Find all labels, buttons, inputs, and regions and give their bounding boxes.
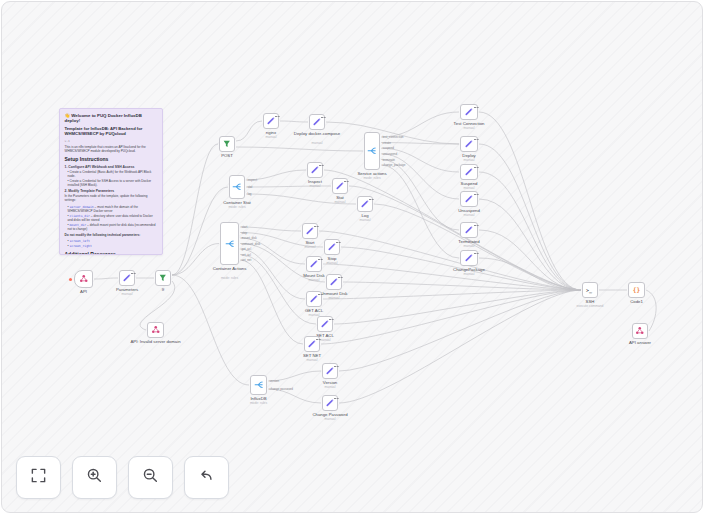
- pen-icon: [464, 139, 474, 149]
- node-settings-badge: [338, 277, 339, 279]
- node-version[interactable]: [322, 363, 338, 379]
- output-port-label: stop: [242, 231, 248, 235]
- node-changepackage[interactable]: [460, 250, 478, 266]
- node-ssh[interactable]: >_: [582, 282, 598, 298]
- node-unsuspend[interactable]: [460, 191, 478, 207]
- node-code1[interactable]: {}: [628, 282, 645, 298]
- node-settings-badge: [329, 319, 330, 321]
- pen-icon: [360, 199, 370, 209]
- node-cstat[interactable]: [229, 175, 245, 199]
- code-icon: {}: [632, 285, 642, 295]
- pen-icon: [122, 273, 132, 283]
- node-answer[interactable]: [632, 323, 648, 339]
- node-parameters[interactable]: [119, 270, 135, 286]
- output-port-label: inspect: [248, 178, 258, 182]
- node-unmountdisk[interactable]: [326, 274, 342, 290]
- node-settings-badge: [275, 116, 276, 118]
- undo-button[interactable]: [184, 456, 229, 499]
- output-port-label: mount_disk: [242, 236, 258, 240]
- output-port-label: get_acl: [242, 247, 252, 251]
- output-port-label: unsuspend: [383, 152, 398, 156]
- pen-icon: [327, 242, 337, 252]
- node-log[interactable]: [357, 196, 373, 212]
- node-setnet[interactable]: [304, 336, 320, 352]
- node-suspend[interactable]: [460, 164, 478, 180]
- node-settings-badge: [319, 165, 320, 167]
- output-port-label: suspend: [383, 146, 395, 150]
- node-changepass[interactable]: [322, 395, 338, 411]
- output-port-label: terminate: [383, 158, 396, 162]
- pen-icon: [335, 181, 345, 191]
- svg-text:>_: >_: [586, 287, 592, 294]
- undo-icon: [198, 467, 215, 488]
- switch-icon: [225, 239, 235, 249]
- output-port-label: version: [270, 379, 280, 383]
- node-ddc[interactable]: [309, 114, 325, 130]
- pen-icon: [312, 117, 322, 127]
- node-api[interactable]: [74, 270, 93, 288]
- node-influx[interactable]: [250, 375, 267, 395]
- pen-icon: [325, 398, 335, 408]
- node-settings-badge: [334, 398, 335, 400]
- node-nginx[interactable]: [263, 113, 279, 129]
- node-mountdisk[interactable]: [306, 256, 322, 272]
- pen-icon: [320, 319, 330, 329]
- respond-webhook-icon: [151, 325, 161, 335]
- pen-icon: [305, 226, 315, 236]
- switch-icon: [232, 182, 242, 192]
- workflow-canvas[interactable]: inspectstatlogstartstopmount_diskunmount…: [1, 1, 703, 513]
- node-stat[interactable]: [332, 178, 348, 194]
- node-invalid[interactable]: [147, 322, 164, 338]
- node-if[interactable]: [155, 270, 171, 286]
- node-settings-badge: [474, 225, 475, 227]
- node-settings-badge: [131, 273, 132, 275]
- switch-icon: [367, 146, 377, 156]
- node-settings-badge: [474, 167, 475, 169]
- node-settings-badge: [474, 107, 475, 109]
- zoom-out-button[interactable]: [128, 456, 173, 499]
- node-settings-badge: [314, 226, 315, 228]
- terminal-icon: >_: [585, 285, 595, 295]
- output-port-label: stat: [248, 185, 253, 189]
- zoom-in-button[interactable]: [72, 456, 117, 499]
- webhook-icon: [79, 274, 89, 284]
- output-port-label: change password: [270, 387, 294, 391]
- node-stop[interactable]: [324, 239, 340, 255]
- node-settings-badge: [316, 339, 317, 341]
- node-settings-badge: [318, 259, 319, 261]
- pen-icon: [307, 339, 317, 349]
- zoom-out-icon: [142, 467, 159, 488]
- pen-icon: [464, 167, 474, 177]
- node-getacl[interactable]: [306, 291, 322, 307]
- node-terminated[interactable]: [460, 222, 478, 238]
- node-settings-badge: [334, 366, 335, 368]
- output-port-label: create: [383, 141, 392, 145]
- pen-icon: [309, 259, 319, 269]
- pen-icon: [329, 277, 339, 287]
- output-port-label: set_acl: [242, 253, 252, 257]
- node-post[interactable]: [219, 136, 235, 152]
- pen-icon: [325, 366, 335, 376]
- node-start[interactable]: [302, 223, 318, 239]
- node-cact[interactable]: [220, 222, 239, 265]
- pen-icon: [266, 116, 276, 126]
- output-port-label: set_net: [242, 258, 252, 262]
- node-settings-badge: [369, 199, 370, 201]
- node-settings-badge: [344, 181, 345, 183]
- pen-icon: [464, 107, 474, 117]
- output-port-label: change_package: [383, 163, 406, 167]
- node-inspect[interactable]: [307, 162, 323, 178]
- filter-icon: [222, 139, 232, 149]
- output-port-label: start: [242, 225, 248, 229]
- node-testconn[interactable]: [460, 104, 478, 120]
- respond-webhook-icon: [635, 326, 645, 336]
- node-deploy[interactable]: [460, 136, 478, 152]
- node-setacl[interactable]: [317, 316, 333, 332]
- fit-view-button[interactable]: [16, 456, 61, 499]
- node-settings-badge: [318, 294, 319, 296]
- node-sact[interactable]: [364, 132, 380, 170]
- pen-icon: [464, 225, 474, 235]
- pen-icon: [464, 253, 474, 263]
- canvas-toolbar: [16, 456, 229, 499]
- node-settings-badge: [321, 117, 322, 119]
